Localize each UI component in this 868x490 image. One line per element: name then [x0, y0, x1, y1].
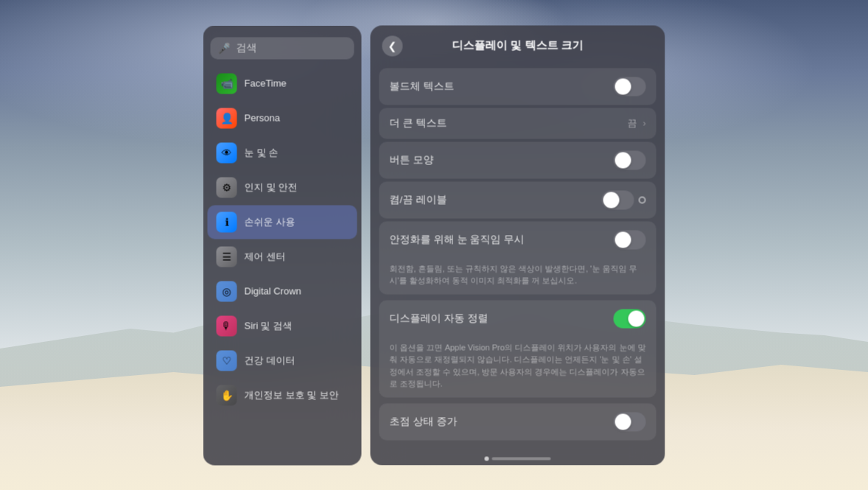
icon-glyph: ⚙: [222, 181, 231, 193]
search-bar[interactable]: 🎤 검색: [211, 37, 354, 59]
scroll-dot-1: [485, 456, 489, 461]
sidebar-item-eyes-hands[interactable]: 👁 눈 및 손: [208, 136, 357, 169]
setting-right-button-shapes: [614, 150, 646, 169]
sidebar-panel: 🎤 검색 📹 FaceTime 👤 Persona 👁 눈 및 손 ⚙ 인지 및…: [203, 25, 362, 465]
setting-label-reduce-motion: 안정화를 위해 눈 움직임 무시: [390, 233, 525, 246]
setting-label-auto-align: 디스플레이 자동 정렬: [390, 312, 489, 325]
sidebar-label-siri: Siri 및 검색: [245, 319, 293, 332]
sidebar-label-accessibility: 손쉬운 사용: [245, 215, 295, 228]
icon-glyph: 👤: [220, 112, 233, 124]
sidebar-icon-eyes-hands: 👁: [217, 142, 237, 163]
sidebar-label-persona: Persona: [245, 113, 280, 124]
setting-row-bold-text[interactable]: 볼드체 텍스트: [379, 68, 657, 105]
back-button[interactable]: ❮: [382, 35, 403, 56]
toggle-bold-text[interactable]: [614, 77, 646, 96]
setting-label-focus-enhance: 초점 상태 증가: [390, 415, 458, 428]
search-label: 검색: [237, 41, 257, 55]
toggle-auto-align[interactable]: [614, 309, 646, 328]
setting-row-auto-align[interactable]: 디스플레이 자동 정렬: [379, 300, 657, 337]
dot-indicator-on-off-labels: [639, 196, 646, 203]
toggle-knob-auto-align: [629, 310, 645, 326]
toggle-dot-wrap-on-off-labels: [602, 190, 646, 209]
icon-glyph: ◎: [223, 285, 231, 297]
scroll-indicator: [371, 450, 665, 465]
detail-header: ❮ 디스플레이 및 텍스트 크기: [371, 25, 665, 63]
sidebar-label-eyes-hands: 눈 및 손: [245, 146, 279, 159]
mic-icon: 🎤: [218, 42, 231, 54]
sidebar-icon-facetime: 📹: [217, 73, 237, 94]
toggle-on-off-labels[interactable]: [602, 190, 634, 209]
scroll-bar: [492, 457, 551, 460]
sidebar-item-siri[interactable]: 🎙 Siri 및 검색: [208, 309, 357, 343]
detail-title: 디스플레이 및 텍스트 크기: [452, 39, 584, 53]
toggle-knob-focus-enhance: [615, 413, 631, 430]
setting-label-larger-text: 더 큰 텍스트: [390, 116, 447, 130]
toggle-knob-on-off-labels: [603, 192, 620, 208]
sidebar-icon-persona: 👤: [217, 108, 237, 128]
sidebar-item-persona[interactable]: 👤 Persona: [208, 101, 357, 135]
icon-glyph: ♡: [222, 354, 231, 366]
setting-value-larger-text: 끔: [628, 116, 637, 130]
sidebar-icon-digital-crown: ◎: [217, 281, 237, 301]
sidebar-label-privacy: 개인정보 보호 및 보안: [245, 388, 339, 402]
icon-glyph: ✋: [220, 389, 233, 401]
sidebar-label-recognition: 인지 및 안전: [245, 181, 298, 194]
setting-row-larger-text[interactable]: 더 큰 텍스트끔›: [379, 108, 657, 139]
sidebar-item-control-center[interactable]: ☰ 제어 센터: [208, 239, 357, 273]
icon-glyph: 🎙: [222, 320, 232, 332]
icon-glyph: 📹: [220, 77, 233, 89]
setting-desc-reduce-motion: 회전함, 흔들림, 또는 규칙하지 않은 색상이 발생한다면, '눈 움직임 무…: [379, 258, 657, 294]
sidebar-item-digital-crown[interactable]: ◎ Digital Crown: [208, 274, 357, 308]
chevron-icon-larger-text: ›: [643, 118, 646, 128]
sidebar-item-facetime[interactable]: 📹 FaceTime: [208, 66, 357, 100]
setting-right-focus-enhance: [614, 412, 646, 431]
setting-label-button-shapes: 버튼 모양: [390, 153, 434, 167]
sidebar-item-health[interactable]: ♡ 건강 데이터: [208, 343, 357, 377]
setting-row-on-off-labels[interactable]: 켬/끔 레이블: [379, 181, 657, 218]
sidebar-items-list: 📹 FaceTime 👤 Persona 👁 눈 및 손 ⚙ 인지 및 안전 ℹ…: [203, 66, 362, 412]
setting-label-bold-text: 볼드체 텍스트: [390, 80, 455, 93]
setting-right-bold-text: [614, 77, 646, 96]
sidebar-icon-siri: 🎙: [217, 315, 237, 336]
detail-content: 볼드체 텍스트더 큰 텍스트끔›버튼 모양켬/끔 레이블안정화를 위해 눈 움직…: [371, 63, 665, 450]
setting-group-reduce-motion: 안정화를 위해 눈 움직임 무시회전함, 흔들림, 또는 규칙하지 않은 색상이…: [379, 221, 657, 294]
toggle-reduce-motion[interactable]: [614, 230, 646, 249]
toggle-button-shapes[interactable]: [614, 150, 646, 169]
setting-right-on-off-labels: [602, 190, 646, 209]
sidebar-icon-recognition: ⚙: [217, 177, 237, 197]
sidebar-icon-accessibility: ℹ: [217, 211, 237, 232]
window-container: 🎤 검색 📹 FaceTime 👤 Persona 👁 눈 및 손 ⚙ 인지 및…: [203, 25, 665, 465]
setting-row-focus-enhance[interactable]: 초점 상태 증가: [379, 403, 657, 440]
detail-panel: ❮ 디스플레이 및 텍스트 크기 볼드체 텍스트더 큰 텍스트끔›버튼 모양켬/…: [371, 25, 665, 465]
setting-label-on-off-labels: 켬/끔 레이블: [390, 193, 447, 206]
toggle-knob-reduce-motion: [615, 231, 631, 248]
toggle-knob-button-shapes: [615, 152, 631, 168]
icon-glyph: ☰: [222, 251, 231, 262]
sidebar-item-accessibility[interactable]: ℹ 손쉬운 사용: [208, 205, 357, 239]
icon-glyph: ℹ: [225, 216, 228, 228]
setting-group-auto-align: 디스플레이 자동 정렬이 옵션을 끄면 Apple Vision Pro의 디스…: [379, 300, 657, 397]
sidebar-icon-control-center: ☰: [217, 246, 237, 267]
setting-row-button-shapes[interactable]: 버튼 모양: [379, 141, 657, 178]
sidebar-label-health: 건강 데이터: [245, 354, 295, 367]
sidebar-item-recognition[interactable]: ⚙ 인지 및 안전: [208, 170, 357, 204]
sidebar-item-privacy[interactable]: ✋ 개인정보 보호 및 보안: [208, 378, 357, 412]
sidebar-icon-privacy: ✋: [217, 385, 237, 405]
icon-glyph: 👁: [222, 147, 232, 158]
setting-right-larger-text: 끔›: [628, 116, 646, 130]
settings-rows: 볼드체 텍스트더 큰 텍스트끔›버튼 모양켬/끔 레이블안정화를 위해 눈 움직…: [379, 68, 657, 440]
sidebar-label-digital-crown: Digital Crown: [245, 286, 301, 297]
toggle-focus-enhance[interactable]: [614, 412, 646, 431]
setting-desc-auto-align: 이 옵션을 끄면 Apple Vision Pro의 디스플레이 위치가 사용자…: [379, 337, 657, 397]
sidebar-label-control-center: 제어 센터: [245, 250, 286, 263]
toggle-knob-bold-text: [615, 78, 631, 94]
sidebar-icon-health: ♡: [217, 350, 237, 371]
sidebar-label-facetime: FaceTime: [245, 78, 287, 89]
back-icon: ❮: [388, 40, 397, 52]
setting-row-reduce-motion[interactable]: 안정화를 위해 눈 움직임 무시: [379, 221, 657, 258]
